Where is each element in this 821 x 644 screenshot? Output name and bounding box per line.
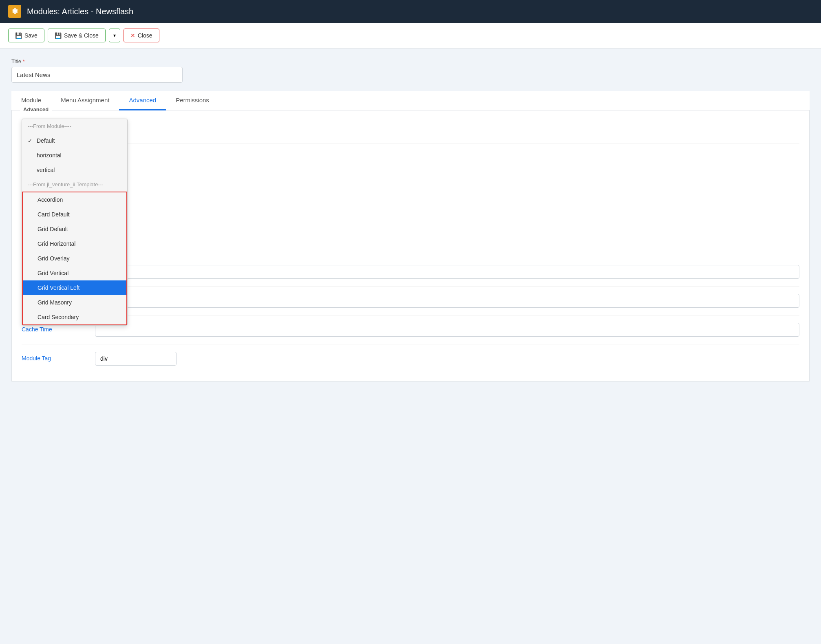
cache-time-control: [95, 323, 799, 337]
main-content: Title * Module Menu Assignment Advanced …: [0, 49, 821, 391]
module-tag-row: Module Tag: [22, 344, 799, 373]
caching-input[interactable]: [95, 294, 799, 308]
navbar: ✱ Modules: Articles - Newsflash: [0, 0, 821, 23]
joomla-logo: ✱: [8, 5, 21, 18]
page-title: Modules: Articles - Newsflash: [27, 7, 133, 16]
dropdown-item-card-default[interactable]: Card Default: [23, 207, 126, 222]
module-class-control: [95, 265, 799, 279]
dropdown-item-grid-overlay[interactable]: Grid Overlay: [23, 251, 126, 266]
dropdown-group2-label: ---From jl_venture_ii Template---: [22, 177, 127, 192]
module-class-row: Module Class: [22, 258, 799, 287]
caching-control: [95, 294, 799, 308]
tab-bar: Module Menu Assignment Advanced Permissi…: [11, 91, 810, 110]
dropdown-item-horizontal[interactable]: horizontal: [22, 148, 127, 163]
save-icon: 💾: [15, 32, 22, 39]
tab-permissions[interactable]: Permissions: [166, 91, 219, 110]
dropdown-item-default[interactable]: ✓ Default: [22, 133, 127, 148]
layout-dropdown[interactable]: ---From Module---- ✓ Default horizontal …: [22, 119, 128, 326]
title-label: Title *: [11, 58, 810, 64]
module-tag-input[interactable]: [95, 352, 177, 366]
title-input[interactable]: [11, 67, 183, 83]
caching-row: Caching: [22, 287, 799, 315]
cache-time-input[interactable]: [95, 323, 799, 337]
module-tag-label: Module Tag: [22, 352, 95, 362]
advanced-panel: Advanced Layout ---From Module---- ✓ Def…: [11, 110, 810, 382]
save-close-button[interactable]: 💾 Save & Close: [48, 29, 106, 42]
tab-menu-assignment[interactable]: Menu Assignment: [51, 91, 119, 110]
cache-time-row: Cache Time: [22, 315, 799, 344]
panel-title: Advanced: [20, 106, 52, 112]
save-close-icon: 💾: [55, 32, 62, 39]
dropdown-item-accordion[interactable]: Accordion: [23, 192, 126, 207]
dropdown-group1-label: ---From Module----: [22, 119, 127, 133]
dropdown-item-grid-vertical[interactable]: Grid Vertical: [23, 266, 126, 280]
template-items-section: Accordion Card Default Grid Default: [22, 192, 127, 325]
dropdown-item-grid-default[interactable]: Grid Default: [23, 222, 126, 236]
module-tag-control: [95, 352, 799, 366]
tab-advanced[interactable]: Advanced: [119, 91, 166, 110]
title-field-group: Title *: [11, 58, 810, 83]
required-marker: *: [23, 58, 25, 64]
toolbar: 💾 Save 💾 Save & Close ▾ ✕ Close: [0, 23, 821, 49]
close-button[interactable]: ✕ Close: [124, 29, 159, 42]
dropdown-item-grid-masonry[interactable]: Grid Masonry: [23, 295, 126, 310]
dropdown-arrow-button[interactable]: ▾: [109, 29, 120, 42]
save-button[interactable]: 💾 Save: [8, 29, 44, 42]
layout-row: Layout ---From Module---- ✓ Default hori…: [22, 119, 799, 143]
dropdown-item-grid-horizontal[interactable]: Grid Horizontal: [23, 236, 126, 251]
close-icon: ✕: [130, 32, 135, 39]
dropdown-item-card-secondary[interactable]: Card Secondary: [23, 310, 126, 324]
chevron-down-icon: ▾: [113, 33, 116, 38]
dropdown-item-vertical[interactable]: vertical: [22, 163, 127, 177]
module-class-input[interactable]: [95, 265, 799, 279]
check-default: ✓: [28, 138, 33, 144]
dropdown-item-grid-vertical-left[interactable]: Grid Vertical Left: [23, 280, 126, 295]
